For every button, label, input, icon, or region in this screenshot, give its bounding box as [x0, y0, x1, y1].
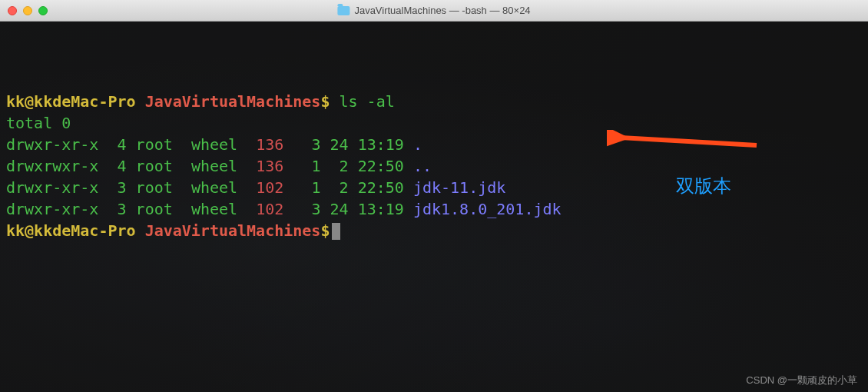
annotation-label: 双版本 [676, 173, 731, 199]
annotation-arrow-icon [607, 130, 760, 153]
terminal-body[interactable]: kk@kkdeMac-Pro JavaVirtualMachines$ ls -… [0, 22, 868, 392]
prompt-user: kk@kkdeMac-Pro [6, 92, 136, 111]
traffic-lights [0, 6, 48, 15]
maximize-button[interactable] [38, 6, 48, 15]
watermark: CSDN @一颗顽皮的小草 [746, 374, 857, 387]
titlebar: JavaVirtualMachines — -bash — 80×24 [0, 0, 868, 22]
prompt-symbol: $ [320, 92, 330, 111]
prompt-user: kk@kkdeMac-Pro [6, 221, 136, 240]
total-line: total 0 [6, 114, 71, 132]
terminal-window: JavaVirtualMachines — -bash — 80×24 kk@k… [0, 0, 868, 392]
title-text: JavaVirtualMachines — -bash — 80×24 [354, 5, 530, 16]
prompt-symbol: $ [320, 221, 330, 240]
window-title: JavaVirtualMachines — -bash — 80×24 [337, 5, 530, 16]
dir-name: jdk1.8.0_201.jdk [413, 200, 562, 218]
prompt-path: JavaVirtualMachines [145, 92, 321, 111]
dir-name: .. [413, 157, 432, 175]
cursor [332, 223, 340, 240]
perm: drwxr-xr-x [6, 135, 98, 154]
minimize-button[interactable] [23, 6, 32, 15]
svg-line-1 [621, 138, 757, 145]
dir-name: jdk-11.jdk [413, 178, 505, 197]
terminal-content: kk@kkdeMac-Pro JavaVirtualMachines$ ls -… [6, 91, 862, 241]
close-button[interactable] [8, 6, 17, 15]
prompt-path: JavaVirtualMachines [145, 221, 321, 240]
dir-name: . [413, 135, 422, 154]
folder-icon [337, 6, 350, 15]
command-text: ls -al [340, 92, 395, 111]
